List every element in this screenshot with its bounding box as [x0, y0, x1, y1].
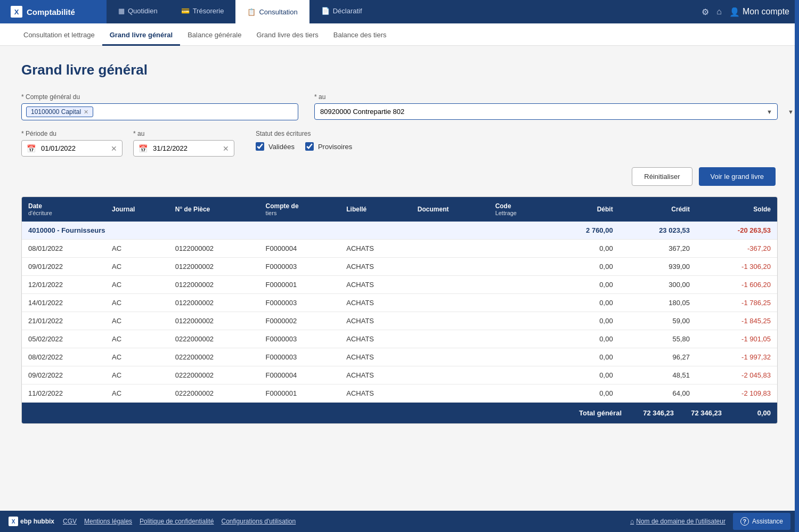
subnav-tab-balance-generale[interactable]: Balance générale [180, 31, 249, 46]
th-journal: Journal [105, 197, 169, 222]
entries-table: Dated'écriture Journal N° de Pièce Compt… [22, 197, 777, 403]
th-solde: Solde [696, 197, 777, 222]
subnav-tab-grand-livre-tiers[interactable]: Grand livre des tiers [249, 31, 325, 46]
validees-checkbox[interactable] [256, 142, 264, 151]
cell-date: 11/02/2022 [22, 384, 105, 403]
voir-grand-livre-button[interactable]: Voir le grand livre [699, 167, 776, 186]
right-scrollbar[interactable] [795, 0, 799, 532]
footer-mentions-link[interactable]: Mentions légales [84, 518, 132, 525]
cell-solde: -1 997,32 [696, 348, 777, 366]
brand[interactable]: X Comptabilité [0, 0, 107, 23]
cell-solde: -2 109,83 [696, 384, 777, 403]
cell-debit: 0,00 [549, 348, 619, 366]
compte-to-select[interactable]: 80920000 Contrepartie 802 [314, 103, 778, 120]
table-row[interactable]: 09/01/2022 AC 0122000002 F0000003 ACHATS… [22, 258, 777, 276]
form-group-compte-to: * au 80920000 Contrepartie 802 ▼ [314, 93, 778, 120]
tab-declaratif-label: Déclaratif [333, 7, 362, 15]
subnav-tab-grand-livre-general[interactable]: Grand livre général [102, 31, 181, 46]
cell-document [411, 258, 489, 276]
table-row[interactable]: 05/02/2022 AC 0222000002 F0000003 ACHATS… [22, 330, 777, 348]
table-row[interactable]: 11/02/2022 AC 0222000002 F0000001 ACHATS… [22, 384, 777, 403]
home-icon[interactable]: ⌂ [716, 7, 722, 17]
settings-icon[interactable]: ⚙ [702, 7, 709, 17]
footer-configurations-link[interactable]: Configurations d'utilisation [222, 518, 296, 525]
cell-compte-tiers: F0000004 [259, 366, 340, 384]
table-body: 4010000 - Fournisseurs 2 760,00 23 023,5… [22, 222, 777, 403]
cell-no-piece: 0122000002 [169, 294, 259, 312]
footer-cgv-link[interactable]: CGV [63, 518, 77, 525]
cell-document [411, 330, 489, 348]
cell-document [411, 384, 489, 403]
cell-document [411, 366, 489, 384]
table-row[interactable]: 09/02/2022 AC 0222000002 F0000004 ACHATS… [22, 366, 777, 384]
assistance-label: Assistance [752, 518, 783, 525]
cell-libelle: ACHATS [340, 240, 411, 258]
cell-credit: 64,00 [619, 384, 696, 403]
tab-tresorerie[interactable]: 💳 Trésorerie [169, 0, 236, 23]
tab-declaratif[interactable]: 📄 Déclaratif [309, 0, 374, 23]
declaratif-icon: 📄 [321, 7, 330, 15]
cell-compte-tiers: F0000003 [259, 258, 340, 276]
reinitialiser-button[interactable]: Réinitialiser [632, 167, 692, 186]
cell-libelle: ACHATS [340, 384, 411, 403]
table-header-row: Dated'écriture Journal N° de Pièce Compt… [22, 197, 777, 222]
cell-credit: 939,00 [619, 258, 696, 276]
cell-document [411, 294, 489, 312]
sub-nav: Consultation et lettrage Grand livre gén… [0, 23, 799, 46]
date-clear-to-icon[interactable]: ✕ [223, 144, 229, 153]
subnav-tab-consultation-lettrage[interactable]: Consultation et lettrage [16, 31, 102, 46]
compte-from-input[interactable]: 10100000 Capital ✕ ▼ [21, 103, 298, 120]
cell-solde: -1 845,25 [696, 312, 777, 330]
account-button[interactable]: 👤 Mon compte [729, 7, 789, 17]
cell-libelle: ACHATS [340, 258, 411, 276]
periode-from-input[interactable] [21, 140, 123, 157]
cell-no-piece: 0222000002 [169, 366, 259, 384]
form-group-compte-from: * Compte général du 10100000 Capital ✕ ▼ [21, 93, 298, 120]
compte-from-label: * Compte général du [21, 93, 298, 101]
cell-code [489, 312, 550, 330]
cell-compte-tiers: F0000003 [259, 348, 340, 366]
cell-date: 08/02/2022 [22, 348, 105, 366]
table-row[interactable]: 14/01/2022 AC 0122000002 F0000003 ACHATS… [22, 294, 777, 312]
assistance-icon: ? [740, 517, 749, 526]
cell-compte-tiers: F0000003 [259, 330, 340, 348]
compte-from-caret: ▼ [788, 109, 794, 115]
footer-politique-link[interactable]: Politique de confidentialité [140, 518, 214, 525]
footer-assistance-button[interactable]: ? Assistance [733, 513, 790, 530]
cell-debit: 0,00 [549, 384, 619, 403]
total-credit: 72 346,23 [680, 409, 728, 417]
group-credit: 23 023,53 [619, 222, 696, 240]
date-clear-from-icon[interactable]: ✕ [111, 144, 117, 153]
compte-tag[interactable]: 10100000 Capital ✕ [26, 107, 93, 117]
tag-remove-icon[interactable]: ✕ [84, 109, 88, 116]
consultation-icon: 📋 [247, 8, 256, 16]
periode-to-input[interactable] [133, 140, 234, 157]
cell-code [489, 330, 550, 348]
cell-journal: AC [105, 348, 169, 366]
table-scroll-area[interactable]: Dated'écriture Journal N° de Pièce Compt… [22, 197, 777, 403]
cell-no-piece: 0222000002 [169, 384, 259, 403]
cell-credit: 367,20 [619, 240, 696, 258]
quotidien-icon: ▦ [118, 7, 125, 15]
tab-tresorerie-label: Trésorerie [193, 7, 224, 15]
cell-libelle: ACHATS [340, 312, 411, 330]
cell-libelle: ACHATS [340, 294, 411, 312]
cell-date: 09/01/2022 [22, 258, 105, 276]
footer-domain-link[interactable]: ⌂ Nom de domaine de l'utilisateur [630, 518, 725, 525]
th-code-lettrage: CodeLettrage [489, 197, 550, 222]
cell-document [411, 276, 489, 294]
cell-document [411, 348, 489, 366]
provisoires-checkbox[interactable] [305, 142, 314, 151]
table-row[interactable]: 08/02/2022 AC 0222000002 F0000003 ACHATS… [22, 348, 777, 366]
cell-date: 09/02/2022 [22, 366, 105, 384]
subnav-tab-balance-tiers[interactable]: Balance des tiers [326, 31, 394, 46]
form-group-periode-to: * au 📅 ✕ [133, 130, 234, 157]
tab-quotidien[interactable]: ▦ Quotidien [107, 0, 169, 23]
group-solde: -20 263,53 [696, 222, 777, 240]
table-row[interactable]: 12/01/2022 AC 0122000002 F0000001 ACHATS… [22, 276, 777, 294]
table-row[interactable]: 08/01/2022 AC 0122000002 F0000004 ACHATS… [22, 240, 777, 258]
table-row[interactable]: 21/01/2022 AC 0122000002 F0000002 ACHATS… [22, 312, 777, 330]
form-group-statut: Statut des écritures Validées Provisoire… [256, 130, 352, 151]
tab-consultation[interactable]: 📋 Consultation [235, 0, 309, 23]
page-title: Grand livre général [21, 62, 778, 78]
